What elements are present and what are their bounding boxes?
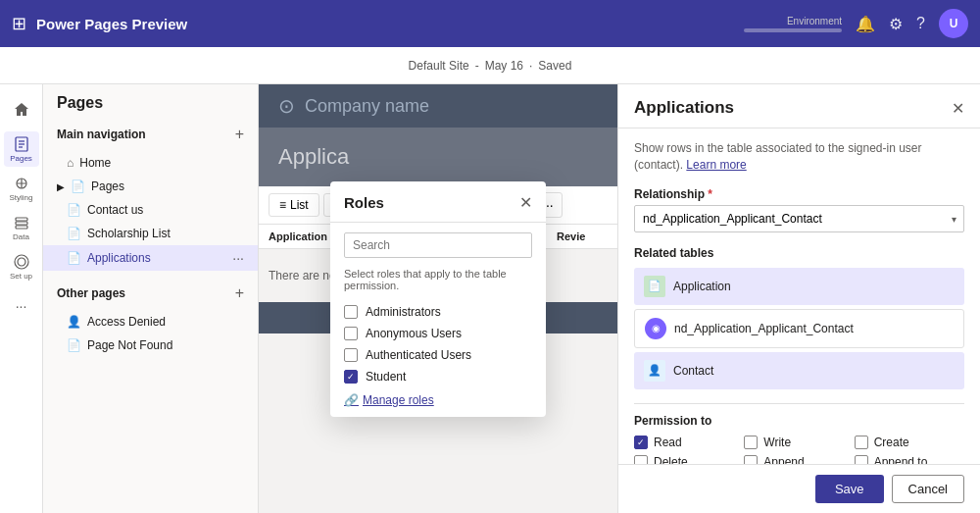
secondary-bar: Default Site - May 16 · Saved bbox=[0, 47, 980, 84]
nav-item-pages[interactable]: ▶ 📄 Pages bbox=[43, 175, 258, 198]
roles-modal: Roles ✕ Select roles that apply to the t… bbox=[330, 181, 546, 417]
avatar[interactable]: U bbox=[939, 9, 968, 38]
nav-item-scholarship[interactable]: 📄 Scholarship List bbox=[43, 222, 258, 245]
main-nav-header: Main navigation + bbox=[43, 122, 258, 147]
contact-table-icon: 👤 bbox=[644, 360, 665, 382]
modal-desc: Select roles that apply to the table per… bbox=[344, 268, 532, 291]
authenticated-checkbox[interactable] bbox=[344, 348, 358, 362]
anonymous-label: Anonymous Users bbox=[366, 327, 462, 340]
manage-roles-link[interactable]: 🔗 Manage roles bbox=[344, 393, 532, 407]
add-main-nav[interactable]: + bbox=[235, 126, 244, 143]
learn-more-link[interactable]: Learn more bbox=[686, 158, 746, 172]
relationship-select-wrapper: nd_Application_Applicant_Contact ▾ bbox=[634, 205, 964, 232]
save-button[interactable]: Save bbox=[815, 475, 884, 503]
write-label: Write bbox=[763, 436, 791, 449]
right-panel-close-button[interactable]: ✕ bbox=[952, 99, 964, 118]
sidebar-item-pages[interactable]: Pages bbox=[4, 131, 39, 167]
env-bar bbox=[744, 28, 842, 32]
sidebar-item-setup[interactable]: Set up bbox=[4, 249, 39, 284]
save-status: Saved bbox=[538, 59, 571, 73]
right-panel-header: Applications ✕ bbox=[618, 84, 980, 128]
right-panel-body: Show rows in the table associated to the… bbox=[618, 128, 980, 464]
sidebar-item-more[interactable]: ··· bbox=[4, 288, 39, 324]
perm-read: ✓ Read bbox=[634, 436, 744, 449]
role-administrators: Administrators bbox=[344, 301, 532, 323]
perm-write: Write bbox=[744, 436, 854, 449]
applications-icon: 📄 bbox=[67, 251, 81, 265]
panel-title: Pages bbox=[43, 94, 258, 122]
relationship-select[interactable]: nd_Application_Applicant_Contact bbox=[634, 205, 964, 232]
not-found-icon: 📄 bbox=[67, 338, 81, 352]
gear-icon[interactable]: ⚙ bbox=[889, 15, 903, 33]
related-table-contact[interactable]: 👤 Contact bbox=[634, 352, 964, 389]
nav-item-contact[interactable]: 📄 Contact us bbox=[43, 198, 258, 222]
contact-table-label: Contact bbox=[673, 364, 713, 378]
sidebar-item-home[interactable] bbox=[4, 92, 39, 128]
env-label: Environment bbox=[744, 16, 842, 26]
data-label: Data bbox=[13, 232, 29, 241]
styling-label: Styling bbox=[9, 193, 32, 202]
setup-label: Set up bbox=[10, 272, 32, 281]
nd-table-label: nd_Application_Applicant_Contact bbox=[674, 322, 854, 335]
nav-item-access-denied[interactable]: 👤 Access Denied bbox=[43, 310, 258, 333]
modal-title: Roles bbox=[344, 194, 384, 211]
right-panel-footer: Save Cancel bbox=[618, 464, 980, 513]
sidebar-item-data[interactable]: Data bbox=[4, 210, 39, 245]
read-label: Read bbox=[654, 436, 682, 449]
relationship-label: Relationship bbox=[634, 187, 964, 201]
append-checkbox[interactable] bbox=[744, 455, 758, 464]
topbar: ⊞ Power Pages Preview Environment 🔔 ⚙ ? … bbox=[0, 0, 980, 47]
modal-close-button[interactable]: ✕ bbox=[519, 193, 532, 212]
related-tables-list: 📄 Application ◉ nd_Application_Applicant… bbox=[634, 268, 964, 389]
contact-icon: 📄 bbox=[67, 203, 81, 217]
cancel-button[interactable]: Cancel bbox=[892, 475, 964, 503]
related-table-application[interactable]: 📄 Application bbox=[634, 268, 964, 305]
perm-append: Append bbox=[744, 455, 854, 464]
delete-checkbox[interactable] bbox=[634, 455, 648, 464]
delete-label: Delete bbox=[654, 455, 688, 464]
permission-grid: ✓ Read Write Create Delete bbox=[634, 436, 964, 464]
bell-icon[interactable]: 🔔 bbox=[856, 15, 875, 33]
grid-icon[interactable]: ⊞ bbox=[12, 13, 26, 34]
perm-append-to: Append to bbox=[855, 455, 964, 464]
administrators-checkbox[interactable] bbox=[344, 305, 358, 319]
related-table-nd[interactable]: ◉ nd_Application_Applicant_Contact bbox=[634, 309, 964, 348]
nav-not-found-label: Page Not Found bbox=[87, 338, 172, 352]
site-date: May 16 bbox=[485, 59, 523, 73]
add-other-page[interactable]: + bbox=[235, 284, 244, 302]
nav-item-not-found[interactable]: 📄 Page Not Found bbox=[43, 333, 258, 357]
sidebar-item-styling[interactable]: Styling bbox=[4, 171, 39, 206]
anonymous-checkbox[interactable] bbox=[344, 327, 358, 340]
main-layout: Pages Styling Data Set up ··· Pages Main… bbox=[0, 84, 980, 513]
pages-label: Pages bbox=[10, 154, 32, 163]
other-pages-header: Other pages + bbox=[43, 281, 258, 306]
site-name: Default Site bbox=[409, 59, 469, 73]
nav-item-applications[interactable]: 📄 Applications ··· bbox=[43, 245, 258, 271]
append-to-label: Append to bbox=[874, 455, 928, 464]
create-checkbox[interactable] bbox=[855, 436, 868, 449]
append-label: Append bbox=[763, 455, 804, 464]
role-student: ✓ Student bbox=[344, 366, 532, 387]
scholarship-icon: 📄 bbox=[67, 227, 81, 240]
nav-scholarship-label: Scholarship List bbox=[87, 227, 171, 240]
roles-modal-overlay: Roles ✕ Select roles that apply to the t… bbox=[259, 84, 617, 513]
student-checkbox[interactable]: ✓ bbox=[344, 370, 358, 384]
create-label: Create bbox=[874, 436, 909, 449]
access-denied-icon: 👤 bbox=[67, 315, 81, 329]
append-to-checkbox[interactable] bbox=[855, 455, 868, 464]
write-checkbox[interactable] bbox=[744, 436, 758, 449]
env-info: Environment bbox=[744, 16, 842, 32]
home-nav-icon: ⌂ bbox=[67, 156, 74, 170]
nav-applications-label: Applications bbox=[87, 251, 151, 265]
administrators-label: Administrators bbox=[366, 305, 441, 319]
nav-item-home[interactable]: ⌂ Home bbox=[43, 151, 258, 175]
read-checkbox[interactable]: ✓ bbox=[634, 436, 648, 449]
nav-more-icon[interactable]: ··· bbox=[232, 250, 244, 266]
page-icon: 📄 bbox=[71, 180, 85, 193]
other-pages-label: Other pages bbox=[57, 286, 125, 300]
roles-search-input[interactable] bbox=[344, 232, 532, 258]
modal-header: Roles ✕ bbox=[330, 181, 546, 223]
nav-contact-label: Contact us bbox=[87, 203, 143, 217]
help-icon[interactable]: ? bbox=[916, 15, 925, 32]
divider bbox=[634, 403, 964, 404]
